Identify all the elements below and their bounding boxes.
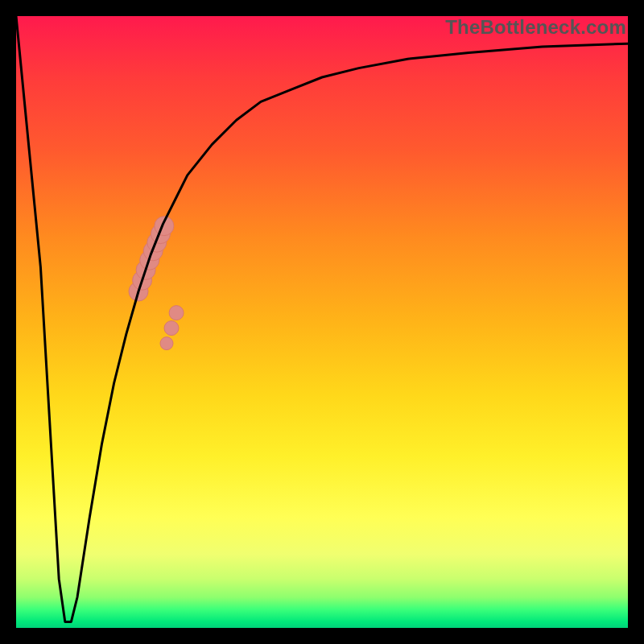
bottleneck-curve	[16, 16, 628, 621]
chart-svg	[16, 16, 628, 628]
plot-area: TheBottleneck.com	[16, 16, 628, 628]
highlight-marker	[169, 306, 184, 320]
chart-canvas: TheBottleneck.com	[0, 0, 644, 644]
marker-group	[129, 217, 184, 350]
highlight-marker	[160, 337, 173, 350]
highlight-marker	[164, 321, 179, 336]
